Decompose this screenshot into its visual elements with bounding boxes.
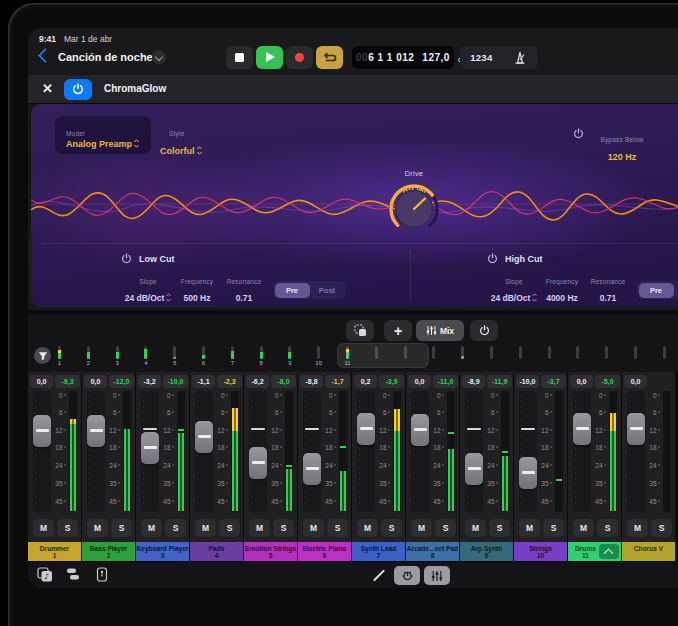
solo-button[interactable]: S [543,519,564,537]
fader-handle[interactable] [249,447,267,479]
close-icon[interactable]: ✕ [42,82,55,95]
fader-handle[interactable] [573,413,591,445]
channel-overview[interactable]: 1234567891011 [28,342,678,372]
mix-button[interactable]: Mix [416,320,464,341]
overview-selection-window[interactable] [337,343,429,368]
stop-button[interactable] [226,46,253,69]
pre-button[interactable]: Pre [275,283,310,298]
pre-button[interactable]: Pre [639,283,674,298]
mute-button[interactable]: M [87,519,108,537]
solo-button[interactable]: S [57,519,78,537]
fader-track[interactable] [627,391,645,512]
solo-button[interactable]: S [273,519,294,537]
volume-readout[interactable]: -8,8 [300,375,323,388]
solo-button[interactable]: S [219,519,240,537]
cycle-button[interactable] [316,46,343,69]
mute-button[interactable]: M [249,519,270,537]
solo-button[interactable]: S [381,519,402,537]
fader-track[interactable] [303,391,321,512]
volume-readout[interactable]: 0,0 [624,375,647,388]
volume-readout[interactable]: 0,0 [84,375,107,388]
pencil-icon[interactable] [373,569,385,581]
fader-handle[interactable] [465,453,483,485]
add-button[interactable]: + [384,320,412,341]
fader-handle[interactable] [519,457,537,489]
track-name-band[interactable]: Chorus V [622,542,675,561]
track-name-band[interactable]: Drums 11 [568,542,621,561]
track-name-band[interactable]: Strings 10 [514,542,567,561]
fader-track[interactable] [357,391,375,512]
high-cut-resonance[interactable]: Resonance 0.71 [585,278,631,305]
volume-readout[interactable]: 0,2 [354,375,377,388]
fader-handle[interactable] [141,432,159,464]
copy-button[interactable] [346,320,374,341]
volume-readout[interactable]: 0,0 [408,375,431,388]
post-button[interactable]: Post [674,283,678,298]
fader-track[interactable] [573,391,591,512]
volume-readout[interactable]: -6,2 [246,375,269,388]
solo-button[interactable]: S [111,519,132,537]
track-name-band[interactable]: Bass Player 2 [82,542,135,561]
fader-track[interactable] [519,391,537,512]
mute-button[interactable]: M [519,519,540,537]
bypass-control[interactable]: Bypass Below 120 Hz [591,128,653,164]
lcd-display[interactable]: 006 1 1 012 127,0 4/4 C maj In Out MIDI [352,46,454,69]
mute-button[interactable]: M [303,519,324,537]
record-button[interactable] [286,46,313,69]
mute-button[interactable]: M [357,519,378,537]
mute-button[interactable]: M [195,519,216,537]
low-cut-power-icon[interactable] [121,253,132,264]
track-name-band[interactable]: Drummer 1 [28,542,81,561]
fader-track[interactable] [249,391,267,512]
fader-track[interactable] [465,391,483,512]
fader-track[interactable] [195,391,213,512]
fader-handle[interactable] [357,413,375,445]
style-selector[interactable]: Style Colorful [160,122,202,158]
solo-button[interactable]: S [489,519,510,537]
count-in-button[interactable]: 1234 [470,52,492,63]
song-title[interactable]: Canción de noche [58,51,153,63]
fader-handle[interactable] [627,413,645,445]
volume-readout[interactable]: 0,0 [30,375,53,388]
play-button[interactable] [256,46,283,69]
volume-readout[interactable]: -8,9 [462,375,485,388]
mute-button[interactable]: M [465,519,486,537]
fader-handle[interactable] [303,453,321,485]
fader-handle[interactable] [33,415,51,447]
mute-button[interactable]: M [141,519,162,537]
track-name-band[interactable]: Arp Synth 9 [460,542,513,561]
model-selector[interactable]: Model Analog Preamp [55,116,151,154]
song-menu-button[interactable] [152,50,166,64]
plugins-stack-icon[interactable] [66,567,80,585]
volume-readout[interactable]: 0,0 [570,375,593,388]
controls-knob-button[interactable] [394,566,420,585]
solo-button[interactable]: S [651,519,672,537]
track-name-band[interactable]: Keyboard Player 3 [136,542,189,561]
fader-track[interactable] [33,391,51,512]
fader-handle[interactable] [411,414,429,446]
track-name-band[interactable]: Synth Lead 7 [352,542,405,561]
mute-button[interactable]: M [573,519,594,537]
mixer-power-button[interactable] [470,320,498,341]
volume-readout[interactable]: -10,0 [516,375,539,388]
play-surface-icon[interactable] [96,567,108,586]
solo-button[interactable]: S [597,519,618,537]
track-name-band[interactable]: Emotion Strings 5 [244,542,297,561]
mute-button[interactable]: M [627,519,648,537]
mute-button[interactable]: M [33,519,54,537]
solo-button[interactable]: S [327,519,348,537]
low-cut-resonance[interactable]: Resonance 0.71 [221,278,267,305]
fader-track[interactable] [87,391,105,512]
post-button[interactable]: Post [310,283,345,298]
level-control[interactable]: Level 0.0 [661,128,678,164]
drive-knob[interactable] [385,184,443,236]
mixer-faders-button[interactable] [424,566,450,585]
fader-handle[interactable] [195,421,213,453]
fader-handle[interactable] [87,415,105,447]
metronome-icon[interactable] [513,51,528,65]
track-name-band[interactable]: Pads 4 [190,542,243,561]
fader-track[interactable] [411,391,429,512]
track-name-band[interactable]: Arcade...eet Pad 8 [406,542,459,561]
mute-button[interactable]: M [411,519,432,537]
solo-button[interactable]: S [165,519,186,537]
